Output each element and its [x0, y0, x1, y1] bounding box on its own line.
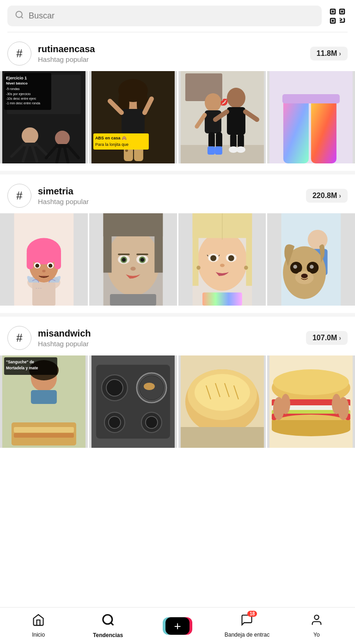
svg-point-174 — [332, 394, 341, 414]
svg-point-106 — [197, 231, 247, 291]
person-icon — [310, 614, 323, 630]
svg-point-102 — [130, 267, 135, 271]
svg-text:"Sanguche" de: "Sanguche" de — [6, 360, 34, 364]
thumb-item[interactable] — [178, 213, 266, 306]
svg-rect-130 — [31, 390, 57, 404]
svg-rect-74 — [311, 99, 337, 163]
home-icon — [32, 614, 45, 630]
section-title-misandwich: misandwich — [38, 328, 91, 339]
thumb-item[interactable] — [267, 71, 355, 163]
svg-rect-73 — [283, 99, 309, 163]
svg-point-146 — [109, 416, 121, 428]
svg-rect-93 — [154, 213, 163, 273]
svg-point-142 — [106, 379, 123, 396]
svg-rect-75 — [282, 94, 340, 103]
svg-point-124 — [294, 265, 298, 269]
thumb-item[interactable]: Ejercicio 1 Nivel básico -5 rondas -30s … — [0, 71, 88, 163]
svg-rect-57 — [204, 110, 221, 133]
svg-rect-6 — [342, 11, 343, 12]
svg-point-177 — [314, 615, 318, 620]
svg-point-170 — [272, 422, 350, 436]
chevron-right-icon: › — [339, 50, 341, 57]
plus-icon: + — [174, 620, 181, 632]
svg-point-98 — [122, 258, 126, 262]
thumb-item[interactable] — [178, 355, 266, 448]
svg-rect-7 — [332, 20, 333, 21]
svg-text:Ejercicio 1: Ejercicio 1 — [6, 76, 27, 80]
svg-rect-55 — [180, 145, 263, 163]
svg-point-148 — [146, 416, 158, 428]
svg-rect-109 — [246, 213, 252, 286]
nav-item-yo[interactable]: Yo — [282, 614, 351, 638]
thumb-item[interactable]: "Sanguche" de Mortadela y mate — [0, 355, 88, 448]
svg-text:-5 rondas: -5 rondas — [6, 87, 20, 90]
svg-point-119 — [308, 230, 328, 250]
thumb-item[interactable] — [267, 355, 355, 448]
svg-text:ABS en casa 🙈: ABS en casa 🙈 — [95, 135, 127, 141]
nav-item-tendencias[interactable]: Tendencias — [73, 613, 142, 638]
svg-point-155 — [194, 374, 250, 411]
thumb-item[interactable] — [267, 213, 355, 306]
hashtag-icon-rutinaencasa: # — [7, 42, 31, 66]
section-subtitle-misandwich: Hashtag popular — [38, 340, 91, 348]
section-count-rutinaencasa[interactable]: 11.8M › — [310, 47, 348, 60]
scan-icon[interactable] — [327, 6, 348, 26]
svg-rect-62 — [214, 146, 222, 155]
chevron-right-icon: › — [339, 192, 341, 199]
inbox-icon: 18 — [240, 614, 253, 630]
nav-label-inicio: Inicio — [32, 632, 45, 638]
svg-rect-108 — [192, 213, 198, 286]
svg-text:Mortadela y mate: Mortadela y mate — [6, 366, 38, 370]
section-count-simetria[interactable]: 220.8M › — [306, 189, 348, 203]
svg-point-113 — [210, 255, 216, 261]
svg-text:Para la lonjita que: Para la lonjita que — [95, 142, 129, 147]
svg-rect-91 — [103, 213, 163, 236]
svg-text:~ ~ ~: ~ ~ ~ — [36, 287, 42, 289]
nav-item-inbox[interactable]: 18 Bandeja de entrac — [212, 614, 282, 638]
section-title-rutinaencasa: rutinaencasa — [38, 44, 95, 54]
section-rutinaencasa: # rutinaencasa Hashtag popular 11.8M › E… — [0, 32, 355, 163]
hashtag-icon-simetria: # — [7, 184, 31, 208]
nav-label-yo: Yo — [313, 632, 320, 638]
thumb-item[interactable]: ABS en casa 🙈 Para la lonjita que — [89, 71, 177, 163]
svg-point-115 — [220, 264, 224, 267]
svg-text:Nivel básico: Nivel básico — [6, 81, 28, 85]
svg-rect-103 — [110, 294, 156, 306]
svg-line-1 — [21, 17, 23, 18]
svg-line-176 — [110, 623, 113, 625]
svg-rect-24 — [22, 143, 38, 146]
svg-point-151 — [144, 383, 155, 390]
svg-point-125 — [310, 265, 314, 269]
thumb-grid-misandwich: "Sanguche" de Mortadela y mate — [0, 355, 355, 448]
create-button[interactable]: + — [165, 617, 190, 635]
search-bar[interactable] — [7, 6, 322, 26]
svg-rect-61 — [207, 146, 214, 155]
nav-item-create[interactable]: + — [143, 617, 212, 635]
svg-point-175 — [103, 615, 112, 624]
svg-rect-67 — [230, 133, 236, 148]
hashtag-icon-misandwich: # — [7, 326, 31, 350]
thumb-item[interactable]: ~ ~ ~ — [0, 213, 88, 306]
inbox-badge: 18 — [247, 611, 257, 617]
svg-rect-30 — [55, 144, 70, 148]
thumb-item[interactable] — [89, 213, 177, 306]
svg-rect-82 — [55, 250, 61, 270]
svg-rect-92 — [103, 213, 111, 273]
search-input[interactable] — [29, 11, 314, 21]
svg-rect-68 — [237, 133, 244, 148]
nav-item-inicio[interactable]: Inicio — [4, 614, 73, 638]
svg-rect-59 — [208, 132, 214, 148]
thumb-item[interactable] — [89, 355, 177, 448]
svg-rect-105 — [202, 292, 242, 306]
svg-point-87 — [42, 270, 45, 272]
search-icon — [15, 10, 24, 22]
svg-point-117 — [244, 266, 248, 270]
section-count-misandwich[interactable]: 107.0M › — [306, 331, 348, 345]
svg-rect-64 — [226, 107, 245, 135]
svg-point-163 — [273, 369, 349, 395]
section-subtitle-rutinaencasa: Hashtag popular — [38, 55, 95, 63]
svg-rect-81 — [27, 250, 33, 270]
svg-text:-1 min desc entre ronda: -1 min desc entre ronda — [6, 102, 40, 105]
chevron-right-icon: › — [339, 334, 341, 342]
thumb-item[interactable]: 💋 — [178, 71, 266, 163]
